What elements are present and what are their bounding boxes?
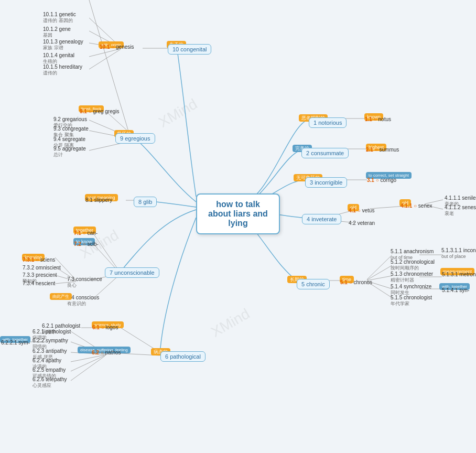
branch-4-1-1: 4.1.1 ○ senex [401, 203, 432, 209]
branch-3-1: 3.1 ○ corrigo [367, 177, 396, 183]
branch-7-1: 7.1 ○ can- [74, 230, 98, 236]
branch-3-label: 3 incorrigible [310, 179, 342, 186]
branch-5-1-3-1: 5.1.3.1 metron [442, 272, 475, 277]
svg-line-46 [89, 49, 121, 69]
branch-7-label: 7 unconscionable [110, 269, 155, 276]
branch-6-1: 6.1 ○ logos [92, 325, 118, 330]
watermark-3: XMind [208, 305, 253, 340]
svg-line-45 [89, 49, 121, 57]
branch-6-2-6: 6.2.6 telepathy心灵感应 [33, 376, 67, 389]
branch-4-label: 4 inveterate [307, 216, 337, 222]
branch-6-2-2-1: 6.2.2.1 sym- [1, 340, 30, 346]
svg-line-23 [71, 355, 105, 362]
branch-7[interactable]: 7 unconscionable [105, 267, 159, 278]
branch-8-1: 8.1 slippery [85, 197, 112, 203]
branch-6-label: 6 pathological [165, 353, 201, 360]
branch-1[interactable]: 1 notorious [309, 117, 347, 128]
branch-4-1-1-2: 4.1.1.2 senescent衰老 [445, 204, 476, 217]
branch-2-1: 2.1 ○ summus [366, 147, 399, 153]
branch-10-1: 10.1 ○ genesis [100, 44, 134, 50]
branch-5[interactable]: 5 chronic [297, 279, 330, 289]
branch-10-1-1: 10.1.1 genetic遗传的 基因的 [43, 12, 76, 24]
branch-8-label: 8 glib [138, 199, 152, 205]
branch-5-1-3: 5.1.3 chronometer精密计时器 [391, 271, 433, 284]
branch-7-3-4: 7.3.4 nescient [23, 281, 55, 286]
branch-6[interactable]: 6 pathological [160, 351, 205, 362]
central-label: how to talk about liars and lying [208, 200, 268, 228]
branch-5-1: 5.1 ○ chronos [340, 279, 372, 285]
branch-4-2: 4.2 veteran [349, 220, 375, 226]
branch-5-1-5: 5.1.5 chronologist年代学家 [391, 295, 432, 307]
branch-9-5: 9.5 aggregate总计 [53, 146, 86, 158]
central-node[interactable]: how to talk about liars and lying [196, 193, 280, 234]
branch-5-label: 5 chronic [301, 281, 325, 287]
branch-10-1-4: 10.1.4 genital生殖的 [43, 52, 74, 65]
branch-5-1-2: 5.1.2 chronological按时间顺序的 [391, 259, 435, 272]
svg-line-10 [367, 265, 392, 280]
svg-line-24 [71, 355, 105, 371]
svg-line-25 [71, 356, 105, 381]
branch-5-1-4-1: 5.1.4.1 syn- [442, 287, 469, 293]
mindmap-canvas: XMind XMind XMind [0, 0, 476, 453]
branch-10-1-2: 10.1.2 gene基因 [43, 26, 71, 39]
branch-6-2: 6.2 ○ pathos [92, 350, 121, 355]
branch-1-1: 1.1 ○ notus [365, 116, 391, 122]
branch-9-1: 9.1 ○ greg gregis [80, 109, 120, 114]
branch-10-1-3: 10.1.3 genealogy家族 宗谱 [43, 39, 83, 51]
svg-line-39 [89, 0, 131, 140]
watermark-1: XMind [156, 95, 200, 131]
branch-5-inc: 5.1.3.1.1 incongruousout of place [441, 247, 476, 259]
branch-7-4-tag-label: 由此产生 [50, 293, 72, 300]
branch-7-3-2: 7.3.2 omniscient [23, 265, 61, 271]
branch-3[interactable]: 3 incorrigible [305, 177, 347, 188]
branch-2-label: 2 consummate [306, 150, 344, 156]
branch-1-label: 1 notorious [313, 120, 342, 126]
branch-7-3-1: 7.3.1 ○ sciens [23, 257, 55, 263]
branch-10-1-5: 10.1.5 hereditary遗传的 [43, 64, 82, 77]
branch-8[interactable]: 8 glib [134, 197, 157, 207]
branch-7-4-tag: 由此产生 [50, 290, 72, 300]
branch-5-1-1: 5.1.1 anachronismout of time [391, 249, 434, 260]
branch-10-label: 10 congenital [172, 46, 207, 52]
branch-9[interactable]: 9 egregious [115, 133, 155, 144]
branch-7-2: 7.2 ○ scib- [74, 241, 99, 247]
branch-4[interactable]: 4 inveterate [302, 214, 341, 224]
branch-2[interactable]: 2 consummate [301, 148, 349, 158]
svg-line-9 [367, 255, 392, 279]
branch-4-1: 4.1 ○ vetus [349, 208, 374, 213]
branch-7-4: 7.4 conscious有意识的 [67, 295, 99, 307]
branch-10[interactable]: 10 congenital [168, 44, 211, 55]
branch-7-3: 7.3 conscience良心 [67, 276, 102, 289]
branch-9-label: 9 egregious [120, 135, 150, 142]
